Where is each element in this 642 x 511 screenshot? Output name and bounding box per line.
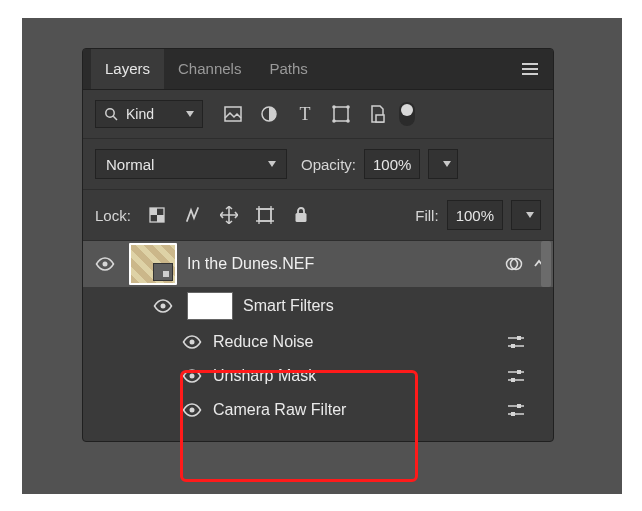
filter-name: Unsharp Mask [213, 367, 495, 385]
tab-paths[interactable]: Paths [255, 49, 321, 89]
svg-point-9 [346, 105, 350, 109]
smart-object-icon[interactable] [367, 104, 387, 124]
blend-mode-dropdown[interactable]: Normal [95, 149, 287, 179]
visibility-toggle[interactable] [179, 403, 205, 417]
svg-point-10 [332, 119, 336, 123]
filter-name: Camera Raw Filter [213, 401, 495, 419]
svg-point-3 [106, 109, 114, 117]
scrollbar[interactable] [541, 241, 551, 287]
layers-panel: Layers Channels Paths T [82, 48, 554, 442]
layer-row[interactable]: In the Dunes.NEF [83, 241, 553, 287]
layer-thumbnail[interactable] [129, 243, 177, 285]
chevron-down-icon [526, 212, 534, 218]
shape-layer-icon[interactable] [331, 104, 351, 124]
fill-label: Fill: [415, 207, 438, 224]
search-icon [104, 107, 118, 121]
opacity-label: Opacity: [301, 156, 356, 173]
smart-filters-label: Smart Filters [243, 297, 334, 315]
fill-stepper[interactable] [511, 200, 541, 230]
svg-rect-31 [517, 336, 521, 340]
svg-point-24 [103, 262, 108, 267]
smart-filter-item[interactable]: Unsharp Mask [83, 359, 553, 393]
smart-filters-row[interactable]: Smart Filters [83, 287, 553, 325]
svg-rect-14 [150, 208, 157, 215]
visibility-toggle[interactable] [91, 257, 119, 271]
blending-options-icon[interactable] [503, 369, 529, 383]
chevron-down-icon [268, 161, 276, 167]
lock-position-icon[interactable] [219, 205, 239, 225]
svg-rect-7 [334, 107, 348, 121]
blend-row: Normal Opacity: 100% [83, 139, 553, 190]
lock-image-icon[interactable] [183, 205, 203, 225]
tab-channels[interactable]: Channels [164, 49, 255, 89]
svg-rect-15 [157, 215, 164, 222]
visibility-toggle[interactable] [179, 369, 205, 383]
canvas-backdrop: Layers Channels Paths T [22, 18, 622, 494]
lock-row: Lock: Fill: 100% [83, 190, 553, 240]
svg-rect-32 [511, 344, 515, 348]
svg-line-4 [113, 116, 117, 120]
svg-point-11 [346, 119, 350, 123]
layer-list: In the Dunes.NEF Smart Filters [83, 240, 553, 441]
lock-artboard-icon[interactable] [255, 205, 275, 225]
filter-toggle[interactable] [399, 102, 415, 126]
svg-rect-18 [259, 209, 271, 221]
svg-rect-41 [517, 404, 521, 408]
fill-value[interactable]: 100% [447, 200, 503, 230]
smart-filter-item[interactable]: Camera Raw Filter [83, 393, 553, 427]
visibility-toggle[interactable] [149, 299, 177, 313]
type-layer-icon[interactable]: T [295, 104, 315, 124]
svg-point-8 [332, 105, 336, 109]
svg-point-28 [190, 340, 195, 345]
svg-rect-37 [511, 378, 515, 382]
panel-menu-icon[interactable] [515, 58, 545, 80]
lock-label: Lock: [95, 207, 131, 224]
lock-transparent-icon[interactable] [147, 205, 167, 225]
svg-rect-23 [295, 213, 306, 222]
blending-options-icon[interactable] [503, 403, 529, 417]
svg-point-33 [190, 374, 195, 379]
filter-type-icons: T [223, 104, 387, 124]
kind-filter-dropdown[interactable] [95, 100, 203, 128]
filter-row: T [83, 90, 553, 139]
tab-layers[interactable]: Layers [91, 49, 164, 89]
kind-filter-label [124, 105, 172, 123]
svg-rect-5 [225, 107, 241, 121]
image-layer-icon[interactable] [223, 104, 243, 124]
lock-all-icon[interactable] [291, 205, 311, 225]
blend-mode-value: Normal [106, 156, 154, 173]
layer-name[interactable]: In the Dunes.NEF [187, 255, 495, 273]
chevron-down-icon [186, 111, 194, 117]
chevron-down-icon [443, 161, 451, 167]
svg-rect-36 [517, 370, 521, 374]
panel-tabs: Layers Channels Paths [83, 49, 553, 90]
filter-name: Reduce Noise [213, 333, 495, 351]
smart-filter-item[interactable]: Reduce Noise [83, 325, 553, 359]
filter-mask-thumbnail[interactable] [187, 292, 233, 320]
opacity-stepper[interactable] [428, 149, 458, 179]
svg-rect-42 [511, 412, 515, 416]
svg-point-38 [190, 408, 195, 413]
opacity-value[interactable]: 100% [364, 149, 420, 179]
visibility-toggle[interactable] [179, 335, 205, 349]
smart-filters-icon[interactable] [505, 255, 523, 273]
svg-rect-12 [376, 115, 384, 122]
adjustment-layer-icon[interactable] [259, 104, 279, 124]
blending-options-icon[interactable] [503, 335, 529, 349]
svg-point-27 [161, 304, 166, 309]
